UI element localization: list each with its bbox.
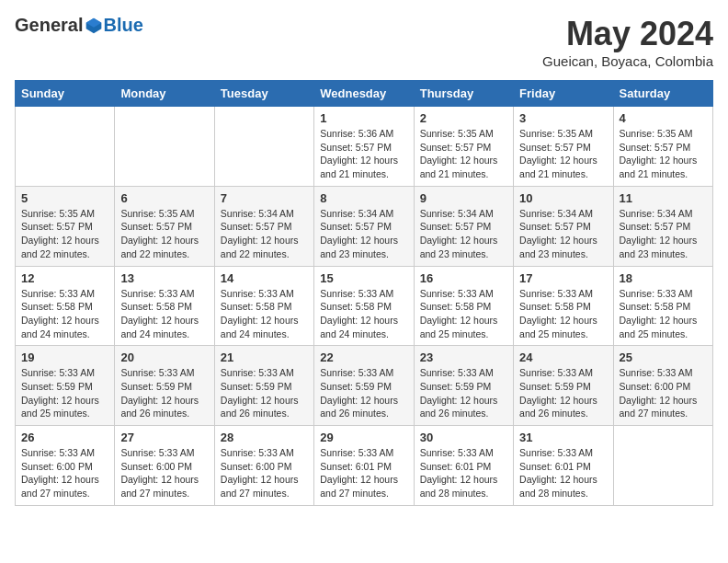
day-number: 1	[320, 111, 407, 125]
day-cell: 25Sunrise: 5:33 AM Sunset: 6:00 PM Dayli…	[613, 346, 712, 426]
day-cell	[214, 107, 313, 187]
day-cell: 24Sunrise: 5:33 AM Sunset: 5:59 PM Dayli…	[514, 346, 613, 426]
day-info: Sunrise: 5:33 AM Sunset: 6:01 PM Dayligh…	[320, 446, 407, 500]
day-info: Sunrise: 5:33 AM Sunset: 5:59 PM Dayligh…	[420, 366, 507, 420]
day-number: 25	[620, 350, 707, 364]
day-cell: 22Sunrise: 5:33 AM Sunset: 5:59 PM Dayli…	[314, 346, 414, 426]
day-cell	[613, 426, 712, 506]
day-cell: 19Sunrise: 5:33 AM Sunset: 5:59 PM Dayli…	[16, 346, 115, 426]
day-cell: 3Sunrise: 5:35 AM Sunset: 5:57 PM Daylig…	[514, 107, 613, 187]
day-info: Sunrise: 5:35 AM Sunset: 5:57 PM Dayligh…	[21, 207, 108, 261]
day-cell: 27Sunrise: 5:33 AM Sunset: 6:00 PM Dayli…	[115, 426, 214, 506]
day-info: Sunrise: 5:33 AM Sunset: 5:58 PM Dayligh…	[620, 287, 707, 341]
day-header-friday: Friday	[514, 81, 613, 107]
day-info: Sunrise: 5:33 AM Sunset: 6:01 PM Dayligh…	[420, 446, 507, 500]
day-cell: 14Sunrise: 5:33 AM Sunset: 5:58 PM Dayli…	[214, 266, 313, 346]
page-header: General Blue May 2024 Gueican, Boyaca, C…	[15, 15, 713, 69]
day-info: Sunrise: 5:33 AM Sunset: 6:00 PM Dayligh…	[21, 446, 108, 500]
day-number: 29	[320, 431, 407, 444]
day-cell: 26Sunrise: 5:33 AM Sunset: 6:00 PM Dayli…	[16, 426, 115, 506]
day-info: Sunrise: 5:33 AM Sunset: 6:00 PM Dayligh…	[620, 366, 707, 420]
day-info: Sunrise: 5:33 AM Sunset: 6:01 PM Dayligh…	[519, 446, 607, 500]
logo-icon	[85, 17, 103, 35]
day-info: Sunrise: 5:33 AM Sunset: 5:59 PM Dayligh…	[320, 366, 407, 420]
week-row-2: 5Sunrise: 5:35 AM Sunset: 5:57 PM Daylig…	[16, 186, 713, 266]
day-number: 17	[519, 271, 607, 285]
week-row-3: 12Sunrise: 5:33 AM Sunset: 5:58 PM Dayli…	[16, 266, 713, 346]
day-number: 23	[420, 350, 507, 364]
day-number: 19	[21, 350, 108, 364]
day-number: 5	[21, 191, 108, 205]
day-number: 24	[519, 350, 607, 364]
day-info: Sunrise: 5:36 AM Sunset: 5:57 PM Dayligh…	[320, 127, 407, 181]
subtitle: Gueican, Boyaca, Colombia	[542, 53, 713, 69]
day-cell: 17Sunrise: 5:33 AM Sunset: 5:58 PM Dayli…	[514, 266, 613, 346]
day-cell: 29Sunrise: 5:33 AM Sunset: 6:01 PM Dayli…	[314, 426, 414, 506]
day-number: 8	[320, 191, 407, 205]
day-number: 16	[420, 271, 507, 285]
day-cell: 28Sunrise: 5:33 AM Sunset: 6:00 PM Dayli…	[214, 426, 313, 506]
day-info: Sunrise: 5:35 AM Sunset: 5:57 PM Dayligh…	[420, 127, 507, 181]
day-number: 9	[420, 191, 507, 205]
day-header-tuesday: Tuesday	[214, 81, 313, 107]
day-info: Sunrise: 5:33 AM Sunset: 5:58 PM Dayligh…	[420, 287, 507, 341]
day-cell	[16, 107, 115, 187]
day-header-sunday: Sunday	[16, 81, 115, 107]
day-cell: 12Sunrise: 5:33 AM Sunset: 5:58 PM Dayli…	[16, 266, 115, 346]
day-cell: 23Sunrise: 5:33 AM Sunset: 5:59 PM Dayli…	[414, 346, 513, 426]
day-info: Sunrise: 5:35 AM Sunset: 5:57 PM Dayligh…	[120, 207, 208, 261]
day-cell	[115, 107, 214, 187]
day-cell: 13Sunrise: 5:33 AM Sunset: 5:58 PM Dayli…	[115, 266, 214, 346]
day-info: Sunrise: 5:33 AM Sunset: 5:58 PM Dayligh…	[519, 287, 607, 341]
logo: General Blue	[15, 15, 143, 36]
day-header-wednesday: Wednesday	[314, 81, 414, 107]
day-info: Sunrise: 5:33 AM Sunset: 5:58 PM Dayligh…	[120, 287, 208, 341]
day-number: 4	[620, 111, 707, 125]
title-area: May 2024 Gueican, Boyaca, Colombia	[542, 15, 713, 69]
day-number: 28	[221, 431, 308, 444]
day-number: 20	[120, 350, 208, 364]
logo-general: General	[15, 15, 83, 36]
day-cell: 2Sunrise: 5:35 AM Sunset: 5:57 PM Daylig…	[414, 107, 513, 187]
day-cell: 11Sunrise: 5:34 AM Sunset: 5:57 PM Dayli…	[613, 186, 712, 266]
day-info: Sunrise: 5:35 AM Sunset: 5:57 PM Dayligh…	[519, 127, 607, 181]
day-number: 11	[620, 191, 707, 205]
day-number: 12	[21, 271, 108, 285]
week-row-4: 19Sunrise: 5:33 AM Sunset: 5:59 PM Dayli…	[16, 346, 713, 426]
day-info: Sunrise: 5:33 AM Sunset: 5:58 PM Dayligh…	[21, 287, 108, 341]
day-info: Sunrise: 5:33 AM Sunset: 5:59 PM Dayligh…	[21, 366, 108, 420]
day-cell: 31Sunrise: 5:33 AM Sunset: 6:01 PM Dayli…	[514, 426, 613, 506]
day-number: 13	[120, 271, 208, 285]
day-cell: 30Sunrise: 5:33 AM Sunset: 6:01 PM Dayli…	[414, 426, 513, 506]
day-info: Sunrise: 5:33 AM Sunset: 5:59 PM Dayligh…	[519, 366, 607, 420]
day-info: Sunrise: 5:34 AM Sunset: 5:57 PM Dayligh…	[620, 207, 707, 261]
day-cell: 5Sunrise: 5:35 AM Sunset: 5:57 PM Daylig…	[16, 186, 115, 266]
day-number: 7	[221, 191, 308, 205]
day-cell: 7Sunrise: 5:34 AM Sunset: 5:57 PM Daylig…	[214, 186, 313, 266]
days-header-row: SundayMondayTuesdayWednesdayThursdayFrid…	[16, 81, 713, 107]
day-info: Sunrise: 5:34 AM Sunset: 5:57 PM Dayligh…	[420, 207, 507, 261]
day-info: Sunrise: 5:33 AM Sunset: 6:00 PM Dayligh…	[120, 446, 208, 500]
day-number: 31	[519, 431, 607, 444]
day-cell: 1Sunrise: 5:36 AM Sunset: 5:57 PM Daylig…	[314, 107, 414, 187]
day-info: Sunrise: 5:33 AM Sunset: 5:59 PM Dayligh…	[120, 366, 208, 420]
day-info: Sunrise: 5:33 AM Sunset: 5:59 PM Dayligh…	[221, 366, 308, 420]
day-info: Sunrise: 5:33 AM Sunset: 5:58 PM Dayligh…	[320, 287, 407, 341]
day-info: Sunrise: 5:33 AM Sunset: 6:00 PM Dayligh…	[221, 446, 308, 500]
day-info: Sunrise: 5:33 AM Sunset: 5:58 PM Dayligh…	[221, 287, 308, 341]
day-cell: 16Sunrise: 5:33 AM Sunset: 5:58 PM Dayli…	[414, 266, 513, 346]
logo-blue: Blue	[103, 15, 142, 36]
day-cell: 6Sunrise: 5:35 AM Sunset: 5:57 PM Daylig…	[115, 186, 214, 266]
day-number: 27	[120, 431, 208, 444]
day-cell: 10Sunrise: 5:34 AM Sunset: 5:57 PM Dayli…	[514, 186, 613, 266]
week-row-1: 1Sunrise: 5:36 AM Sunset: 5:57 PM Daylig…	[16, 107, 713, 187]
day-number: 2	[420, 111, 507, 125]
day-number: 22	[320, 350, 407, 364]
day-cell: 20Sunrise: 5:33 AM Sunset: 5:59 PM Dayli…	[115, 346, 214, 426]
calendar-table: SundayMondayTuesdayWednesdayThursdayFrid…	[15, 80, 713, 506]
day-cell: 9Sunrise: 5:34 AM Sunset: 5:57 PM Daylig…	[414, 186, 513, 266]
day-number: 21	[221, 350, 308, 364]
day-number: 30	[420, 431, 507, 444]
day-number: 3	[519, 111, 607, 125]
day-cell: 4Sunrise: 5:35 AM Sunset: 5:57 PM Daylig…	[613, 107, 712, 187]
